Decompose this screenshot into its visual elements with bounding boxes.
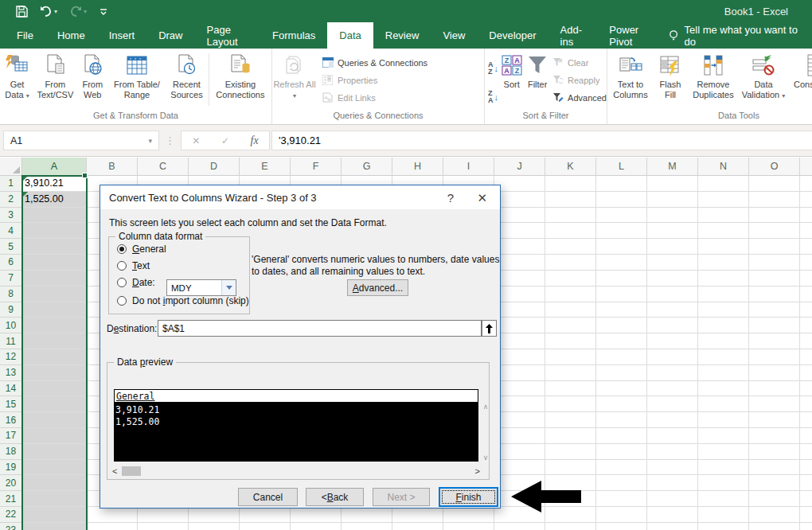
cell-N7[interactable] (698, 271, 749, 286)
cell-P17[interactable] (800, 428, 812, 444)
cell-N23[interactable] (698, 523, 749, 530)
cell-L6[interactable] (596, 255, 647, 271)
tab-data[interactable]: Data (327, 22, 373, 49)
filter-button[interactable]: Filter (525, 51, 550, 108)
cancel-button[interactable]: Cancel (238, 488, 298, 506)
cell-L23[interactable] (596, 523, 647, 530)
tab-home[interactable]: Home (45, 22, 97, 49)
cell-L7[interactable] (596, 271, 647, 286)
cell-O6[interactable] (749, 255, 800, 271)
cell-M3[interactable] (647, 208, 698, 224)
radio-text[interactable]: Text (117, 260, 150, 271)
row-header-12[interactable]: 12 (0, 349, 22, 365)
cell-C22[interactable] (138, 507, 189, 523)
cell-A20[interactable] (22, 475, 87, 491)
row-header-21[interactable]: 21 (0, 491, 22, 507)
cell-K10[interactable] (545, 318, 596, 333)
finish-button[interactable]: Finish (439, 488, 498, 506)
cell-J1[interactable] (494, 176, 545, 192)
cell-O11[interactable] (749, 333, 800, 349)
cell-J4[interactable] (494, 223, 545, 239)
cell-B23[interactable] (87, 523, 138, 530)
tab-add-ins[interactable]: Add-ins (548, 22, 598, 49)
cell-H23[interactable] (392, 523, 443, 530)
cell-O10[interactable] (749, 318, 800, 333)
cell-A2[interactable]: 1,525.00 (22, 192, 87, 208)
text-to-columns-button[interactable]: Text to Columns (607, 51, 654, 108)
cell-C23[interactable] (138, 523, 189, 530)
scroll-right-icon[interactable]: > (475, 466, 480, 476)
from-web-button[interactable]: From Web (76, 51, 109, 108)
dropdown-chevron-icon[interactable] (221, 280, 236, 295)
cell-J9[interactable] (494, 302, 545, 318)
column-header-E[interactable]: E (240, 158, 291, 176)
cell-A16[interactable] (22, 412, 87, 428)
cell-A21[interactable] (22, 491, 87, 507)
tab-power-pivot[interactable]: Power Pivot (597, 22, 661, 49)
cell-K7[interactable] (545, 271, 596, 286)
cell-M16[interactable] (647, 412, 698, 428)
cell-B22[interactable] (87, 507, 138, 523)
cell-K5[interactable] (545, 239, 596, 255)
cell-A7[interactable] (22, 271, 87, 286)
cell-K3[interactable] (545, 208, 596, 224)
cell-L1[interactable] (596, 176, 647, 192)
cell-P8[interactable] (800, 286, 812, 302)
cell-K23[interactable] (545, 523, 596, 530)
cell-A19[interactable] (22, 460, 87, 476)
scroll-down-icon[interactable]: ∨ (483, 454, 489, 462)
undo-dropdown-caret[interactable]: ▾ (54, 8, 57, 15)
radio-general[interactable]: General (117, 244, 166, 255)
cell-O18[interactable] (749, 444, 800, 460)
from-table-range-button[interactable]: From Table/ Range (109, 51, 165, 108)
tell-me-box[interactable]: Tell me what you want to do (661, 22, 812, 49)
cell-N4[interactable] (698, 223, 749, 239)
cell-N22[interactable] (698, 507, 749, 523)
cell-M14[interactable] (647, 381, 698, 397)
cell-J11[interactable] (494, 333, 545, 349)
existing-connections-button[interactable]: Existing Connections (209, 51, 271, 108)
column-header-B[interactable]: B (87, 158, 138, 176)
select-all-corner[interactable] (0, 158, 22, 176)
cell-N21[interactable] (698, 491, 749, 507)
consolidate-button[interactable]: Consolidate (787, 51, 812, 108)
cell-M9[interactable] (647, 302, 698, 318)
cell-K1[interactable] (545, 176, 596, 192)
tab-file[interactable]: File (5, 22, 45, 49)
column-header-D[interactable]: D (189, 158, 240, 176)
column-header-I[interactable]: I (443, 158, 494, 176)
cancel-entry-icon[interactable]: ✕ (192, 135, 200, 146)
row-header-18[interactable]: 18 (0, 444, 22, 460)
cell-I23[interactable] (443, 523, 494, 530)
tab-view[interactable]: View (431, 22, 477, 49)
dialog-title-bar[interactable]: Convert Text to Columns Wizard - Step 3 … (100, 185, 500, 209)
cell-A23[interactable] (22, 523, 87, 530)
cell-L13[interactable] (596, 365, 647, 381)
undo-icon[interactable]: ▾ (40, 6, 57, 17)
cell-A13[interactable] (22, 365, 87, 381)
cell-L2[interactable] (596, 192, 647, 208)
dialog-help-button[interactable]: ? (447, 191, 454, 205)
name-box[interactable]: A1 ▾ (3, 131, 159, 150)
cell-O8[interactable] (749, 286, 800, 302)
row-header-17[interactable]: 17 (0, 428, 22, 444)
queries-connections-button[interactable]: Queries & Connections (322, 57, 427, 68)
cell-K11[interactable] (545, 333, 596, 349)
cell-N12[interactable] (698, 349, 749, 365)
cell-M21[interactable] (647, 491, 698, 507)
cell-O9[interactable] (749, 302, 800, 318)
row-header-11[interactable]: 11 (0, 333, 22, 349)
collapse-dialog-button[interactable] (482, 320, 497, 337)
cell-N16[interactable] (698, 412, 749, 428)
cell-N3[interactable] (698, 208, 749, 224)
cell-L15[interactable] (596, 396, 647, 412)
sort-ascending-button[interactable]: AZ ↓ (488, 58, 498, 79)
cell-K15[interactable] (545, 396, 596, 412)
cell-P20[interactable] (800, 475, 812, 491)
cell-M7[interactable] (647, 271, 698, 286)
cell-L18[interactable] (596, 444, 647, 460)
get-data-button[interactable]: Get Data ▾ (0, 51, 34, 108)
row-header-23[interactable]: 23 (0, 523, 22, 530)
cell-N8[interactable] (698, 286, 749, 302)
column-header-A[interactable]: A (22, 158, 87, 176)
